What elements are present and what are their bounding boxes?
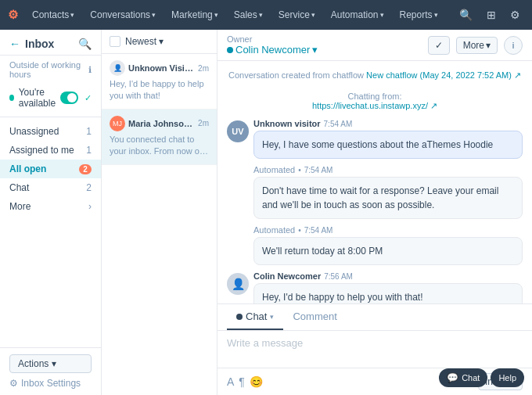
chevron-down-icon: ▾ [311,11,315,19]
grid-icon[interactable]: ⊞ [483,9,500,21]
chevron-down-icon: ▾ [380,11,384,19]
msg-sender: Unknown visitor 7:54 AM [253,119,523,128]
chat-header: Owner Colin Newcomer ▾ ✓ More ▾ i [217,30,532,61]
chevron-down-icon: ▾ [259,11,263,19]
nav-sales[interactable]: Sales ▾ [229,9,268,20]
chat-dot-icon [236,314,243,320]
sidebar-item-more[interactable]: More › [0,197,101,216]
resolve-button[interactable]: ✓ [428,36,450,55]
chevron-down-icon: ▾ [486,40,491,51]
settings-icon[interactable]: ⚙ [506,9,524,21]
bold-icon[interactable]: A [227,375,234,388]
top-nav: ⚙ Contacts ▾ Conversations ▾ Marketing ▾… [0,0,532,30]
message-input-placeholder: Write a message [227,337,303,349]
chevron-down-icon: ▾ [312,44,318,56]
conv-time: 2m [198,64,209,73]
chatflow-link[interactable]: New chatflow (May 24, 2022 7:52 AM) ↗ [366,70,521,80]
owner-dot [227,47,233,53]
tab-chat[interactable]: Chat ▾ [227,304,283,330]
visitor-message: UV Unknown visitor 7:54 AM Hey, I have s… [227,119,523,159]
divider [0,117,101,117]
agent-content: Colin Newcomer 7:56 AM Hey, I'd be happy… [253,271,523,303]
chevron-down-icon: ▾ [270,313,274,321]
msg-sender: Colin Newcomer 7:56 AM [253,271,523,281]
sidebar-search-icon[interactable]: 🔍 [78,38,92,50]
automated-label: Automated • 7:54 AM [253,165,523,174]
conv-avatar: MJ [110,116,125,131]
chat-input-area[interactable]: Write a message [217,330,532,368]
chat-url-link[interactable]: https://livechat.us.instawp.xyz/ ↗ [312,101,437,110]
agent-avatar: 👤 [227,273,249,295]
back-icon[interactable]: ← [9,38,20,50]
sidebar-item-allopen[interactable]: All open 2 [0,160,101,178]
visitor-content: Unknown visitor 7:54 AM Hey, I have some… [253,119,523,159]
sidebar-item-chat[interactable]: Chat 2 [0,178,101,197]
main-layout: ← Inbox 🔍 Outside of working hours ℹ You… [0,30,532,395]
visitor-avatar: UV [227,120,249,142]
help-button[interactable]: Help [491,368,524,387]
conversation-item[interactable]: 👤 Unknown Visitor 2m Hey, I'd be happy t… [102,54,217,110]
automated-label: Automated • 7:54 AM [253,225,523,235]
chat-help-button[interactable]: 💬 Chat [439,368,487,387]
available-row: You're available ✓ [0,84,101,112]
sidebar-item-unassigned[interactable]: Unassigned 1 [0,122,101,141]
sidebar-item-assigned[interactable]: Assigned to me 1 [0,141,101,160]
nav-service[interactable]: Service ▾ [274,9,320,20]
working-hours-label: Outside of working hours ℹ [0,56,101,84]
available-label: You're available [19,87,56,109]
conv-list-header: Newest ▾ [102,30,217,54]
msg-bubble-visitor: Hey, I have some questions about the aTh… [253,131,523,159]
help-buttons: 💬 Chat Help [439,368,524,387]
sidebar-header: ← Inbox 🔍 [0,30,101,56]
chevron-down-icon: ▾ [152,11,156,19]
agent-bubble: Hey, I'd be happy to help you with that! [253,283,523,303]
chat-bubble-icon: 💬 [447,372,458,383]
owner-section: Owner Colin Newcomer ▾ [227,34,318,56]
tab-comment[interactable]: Comment [283,304,346,330]
nav-reports[interactable]: Reports ▾ [395,9,443,20]
chat-tabs: Chat ▾ Comment [217,303,532,330]
sort-newest-button[interactable]: Newest ▾ [125,36,164,47]
select-all-checkbox[interactable] [110,36,120,47]
sidebar: ← Inbox 🔍 Outside of working hours ℹ You… [0,30,102,395]
conv-name: Maria Johnson (Samp... [128,119,195,128]
emoji-icon[interactable]: 😊 [250,375,263,388]
agent-message: 👤 Colin Newcomer 7:56 AM Hey, I'd be hap… [227,271,523,303]
chevron-down-icon: ▾ [52,358,56,369]
conv-preview: Hey, I'd be happy to help you with that! [110,78,209,102]
owner-label: Owner [227,34,318,44]
conv-avatar: 👤 [110,60,125,76]
nav-conversations[interactable]: Conversations ▾ [85,9,160,20]
check-icon: ✓ [84,93,92,103]
chevron-down-icon: ▾ [434,11,438,19]
inbox-settings-link[interactable]: ⚙ Inbox Settings [9,373,92,389]
hubspot-logo: ⚙ [8,8,18,22]
chevron-right-icon: › [88,201,92,212]
available-toggle[interactable] [60,92,78,104]
format-icon[interactable]: ¶ [239,375,245,388]
nav-automation[interactable]: Automation ▾ [326,9,389,20]
chat-messages: Conversation created from chatflow New c… [217,61,532,303]
conv-preview: You connected chat to your inbox. From n… [110,134,209,158]
info-icon: ℹ [88,65,92,75]
toggle-knob [67,93,77,102]
owner-name-dropdown[interactable]: Colin Newcomer ▾ [227,44,318,56]
sidebar-bottom: Actions ▾ ⚙ Inbox Settings [0,347,101,395]
available-dot [9,95,14,101]
info-button[interactable]: i [504,36,523,55]
sidebar-title: Inbox [25,38,74,50]
more-button[interactable]: More ▾ [456,37,498,54]
actions-button[interactable]: Actions ▾ [9,354,92,373]
conv-item-header: 👤 Unknown Visitor 2m [110,60,209,76]
chatting-from-label: Chatting from: https://livechat.us.insta… [227,92,523,111]
automated-bubble: Don't have time to wait for a response? … [253,177,523,219]
search-icon[interactable]: 🔍 [455,9,476,21]
automated-bubble: We'll return today at 8:00 PM [253,237,523,265]
conv-item-header: MJ Maria Johnson (Samp... 2m [110,116,209,131]
system-message: Conversation created from chatflow New c… [227,70,523,81]
chevron-down-icon: ▾ [70,11,74,19]
nav-contacts[interactable]: Contacts ▾ [27,9,79,20]
conversation-item[interactable]: MJ Maria Johnson (Samp... 2m You connect… [102,110,217,165]
nav-marketing[interactable]: Marketing ▾ [167,9,223,20]
conversations-list: Newest ▾ 👤 Unknown Visitor 2m Hey, I'd b… [102,30,217,395]
